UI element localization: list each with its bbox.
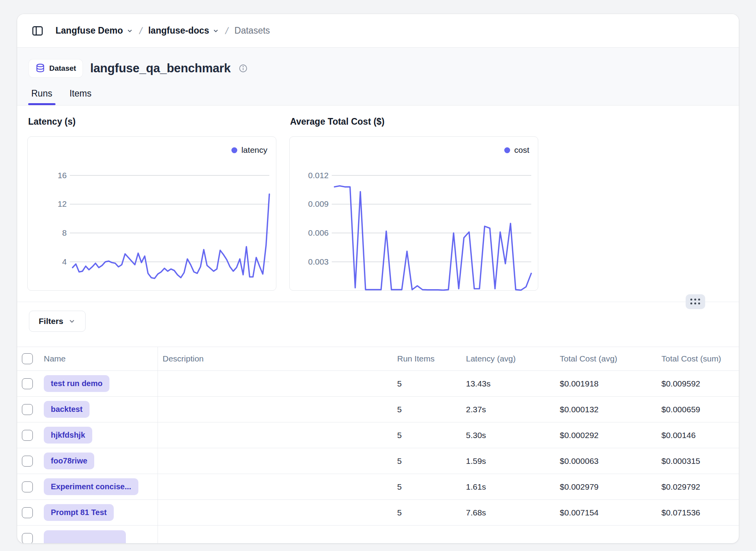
cell-total-cost-avg: $0.007154 bbox=[555, 500, 657, 525]
cost-line-plot: 0.0120.0090.0060.003 bbox=[290, 137, 538, 291]
svg-text:16: 16 bbox=[57, 171, 66, 180]
table-header: Name Description Run Items Latency (avg)… bbox=[17, 347, 739, 371]
run-name-link[interactable] bbox=[44, 530, 126, 544]
run-name-link[interactable]: backtest bbox=[44, 401, 90, 418]
dataset-badge: Dataset bbox=[29, 59, 82, 77]
filters-label: Filters bbox=[39, 317, 63, 326]
panel-left-icon bbox=[31, 25, 44, 37]
cell-total-cost-avg: $0.000292 bbox=[555, 422, 657, 448]
cell-latency-avg: 1.61s bbox=[461, 474, 555, 499]
col-header-description: Description bbox=[158, 347, 392, 370]
latency-legend: latency bbox=[231, 145, 267, 155]
chevron-down-icon bbox=[126, 27, 133, 34]
table-row: test run demo 5 13.43s $0.001918 $0.0095… bbox=[17, 371, 739, 397]
cell-latency-avg: 2.37s bbox=[461, 397, 555, 422]
latency-chart-title: Latency (s) bbox=[28, 116, 276, 127]
col-header-name: Name bbox=[39, 347, 158, 370]
breadcrumb-project[interactable]: langfuse-docs bbox=[148, 25, 219, 36]
breadcrumb: Langfuse Demo / langfuse-docs / Datasets bbox=[17, 14, 739, 48]
row-checkbox[interactable] bbox=[22, 430, 33, 441]
cell-latency-avg: 5.30s bbox=[461, 422, 555, 448]
cell-total-cost-sum: $0.00146 bbox=[657, 422, 739, 448]
latency-line-plot: 161284 bbox=[28, 137, 276, 291]
cell-total-cost-sum: $0.029792 bbox=[657, 474, 739, 499]
cell-latency-avg: 13.43s bbox=[461, 371, 555, 396]
breadcrumb-separator: / bbox=[224, 25, 229, 36]
row-checkbox[interactable] bbox=[22, 507, 33, 518]
svg-text:0.009: 0.009 bbox=[308, 199, 328, 208]
cell-latency-avg: 7.68s bbox=[461, 500, 555, 525]
cell-description bbox=[158, 448, 392, 474]
cell-total-cost-avg: $0.000063 bbox=[555, 448, 657, 474]
table-row: Prompt 81 Test 5 7.68s $0.007154 $0.0715… bbox=[17, 500, 739, 526]
table-body: test run demo 5 13.43s $0.001918 $0.0095… bbox=[17, 371, 739, 543]
filters-button[interactable]: Filters bbox=[29, 311, 86, 332]
cell-latency-avg: 1.59s bbox=[461, 448, 555, 474]
cell-run-items: 5 bbox=[392, 474, 461, 499]
cell-description bbox=[158, 371, 392, 396]
svg-text:4: 4 bbox=[62, 257, 67, 266]
col-header-run-items: Run Items bbox=[392, 347, 461, 370]
cell-description bbox=[158, 474, 392, 499]
cell-run-items: 5 bbox=[392, 397, 461, 422]
run-name-link[interactable]: foo78riwe bbox=[44, 453, 94, 469]
cost-chart-title: Average Total Cost ($) bbox=[290, 116, 538, 127]
cell-run-items bbox=[392, 526, 461, 543]
breadcrumb-separator: / bbox=[138, 25, 143, 36]
cell-total-cost-sum: $0.000315 bbox=[657, 448, 739, 474]
row-checkbox[interactable] bbox=[22, 481, 33, 492]
table-row: foo78riwe 5 1.59s $0.000063 $0.000315 bbox=[17, 448, 739, 474]
breadcrumb-page[interactable]: Datasets bbox=[235, 25, 270, 36]
cell-description bbox=[158, 526, 392, 543]
cell-run-items: 5 bbox=[392, 448, 461, 474]
tab-runs[interactable]: Runs bbox=[31, 88, 52, 105]
cell-total-cost-sum: $0.009592 bbox=[657, 371, 739, 396]
cell-run-items: 5 bbox=[392, 500, 461, 525]
row-checkbox[interactable] bbox=[22, 456, 33, 467]
col-header-total-cost-avg: Total Cost (avg) bbox=[555, 347, 657, 370]
filters-row: Filters bbox=[17, 302, 739, 347]
cell-total-cost-avg: $0.001918 bbox=[555, 371, 657, 396]
cell-description bbox=[158, 500, 392, 525]
legend-label: latency bbox=[241, 145, 267, 155]
svg-text:0.003: 0.003 bbox=[308, 257, 328, 266]
cell-total-cost-avg: $0.000132 bbox=[555, 397, 657, 422]
sidebar-toggle-button[interactable] bbox=[29, 22, 46, 39]
row-checkbox[interactable] bbox=[22, 378, 33, 389]
select-all-checkbox[interactable] bbox=[22, 353, 33, 364]
cell-run-items: 5 bbox=[392, 371, 461, 396]
cell-total-cost-sum: $0.000659 bbox=[657, 397, 739, 422]
legend-dot-icon bbox=[504, 147, 510, 153]
breadcrumb-org[interactable]: Langfuse Demo bbox=[56, 25, 133, 36]
run-name-link[interactable]: test run demo bbox=[44, 375, 109, 392]
badge-label: Dataset bbox=[49, 64, 76, 73]
cell-total-cost-sum: $0.071536 bbox=[657, 500, 739, 525]
row-checkbox[interactable] bbox=[22, 404, 33, 415]
tab-bar: Runs Items bbox=[29, 88, 727, 105]
cell-total-cost-sum bbox=[657, 526, 739, 543]
col-header-total-cost-sum: Total Cost (sum) bbox=[657, 347, 739, 370]
svg-text:0.006: 0.006 bbox=[308, 228, 328, 237]
legend-label: cost bbox=[514, 145, 529, 155]
main-window: Langfuse Demo / langfuse-docs / Datasets… bbox=[17, 14, 739, 543]
page-title: langfuse_qa_benchmark bbox=[90, 61, 231, 75]
table-row: Experiment concise... 5 1.61s $0.002979 … bbox=[17, 474, 739, 500]
chevron-down-icon bbox=[212, 27, 219, 34]
info-icon[interactable] bbox=[238, 64, 248, 73]
charts-section: Latency (s) 161284 latency Average Total… bbox=[17, 106, 739, 302]
runs-table: Name Description Run Items Latency (avg)… bbox=[17, 347, 739, 543]
latency-chart: 161284 latency bbox=[27, 136, 276, 291]
svg-text:12: 12 bbox=[57, 199, 66, 208]
legend-dot-icon bbox=[231, 147, 237, 153]
database-icon bbox=[35, 63, 45, 73]
row-checkbox[interactable] bbox=[22, 533, 33, 544]
dataset-header: Dataset langfuse_qa_benchmark Runs Items bbox=[17, 48, 739, 106]
run-name-link[interactable]: Experiment concise... bbox=[44, 478, 138, 495]
tab-items[interactable]: Items bbox=[70, 88, 91, 105]
cell-latency-avg bbox=[461, 526, 555, 543]
run-name-link[interactable]: Prompt 81 Test bbox=[44, 504, 114, 521]
run-name-link[interactable]: hjkfdshjk bbox=[44, 427, 92, 444]
cell-run-items: 5 bbox=[392, 422, 461, 448]
col-header-latency-avg: Latency (avg) bbox=[461, 347, 555, 370]
cell-total-cost-avg: $0.002979 bbox=[555, 474, 657, 499]
